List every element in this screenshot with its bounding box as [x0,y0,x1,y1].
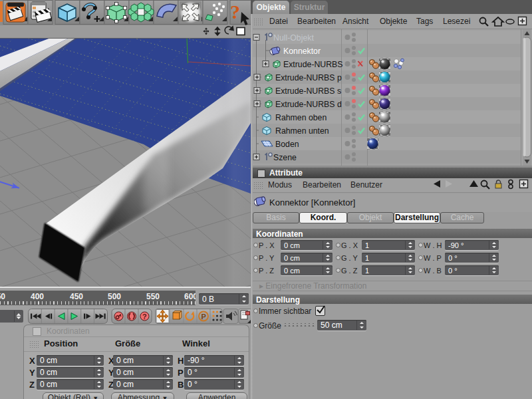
svg-text:?: ? [142,313,147,321]
svg-text:Extrude-NURBS p: Extrude-NURBS p [275,73,342,82]
svg-text:Extrude-NURBS s: Extrude-NURBS s [275,86,341,96]
svg-text:Szene: Szene [273,153,297,162]
svg-text:?: ? [230,1,240,23]
svg-text:Null-Objekt: Null-Objekt [273,33,314,43]
svg-text:P: P [201,313,206,321]
svg-text:Extrude-NURBS d: Extrude-NURBS d [275,100,342,109]
svg-text:Rahmen oben: Rahmen oben [275,113,327,122]
svg-text:Boden: Boden [275,140,299,149]
svg-text:Extrude-NURBS: Extrude-NURBS [283,60,343,69]
svg-text:Konnektor: Konnektor [283,47,321,56]
svg-text:Rahmen unten: Rahmen unten [275,126,329,136]
